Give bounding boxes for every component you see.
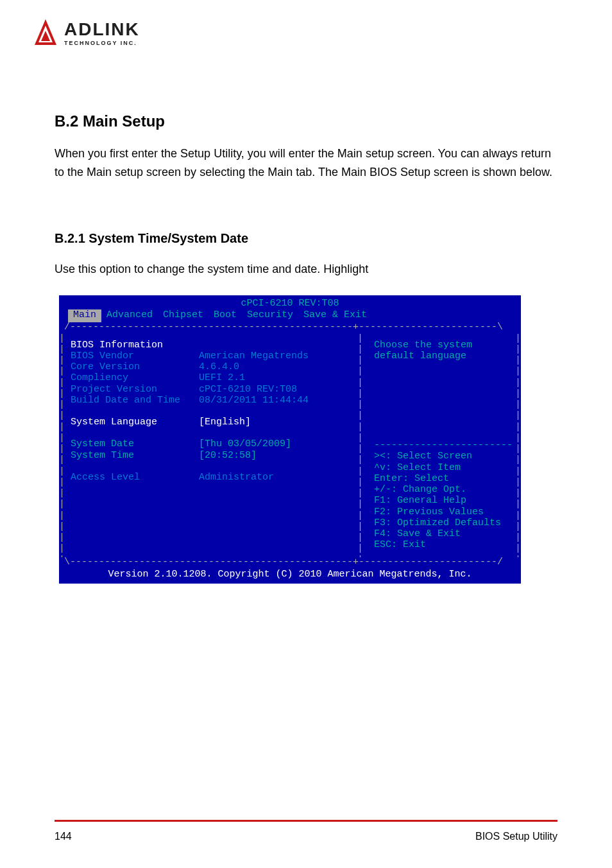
key-select-screen: ><: Select Screen	[374, 451, 512, 462]
tab-main[interactable]: Main	[68, 309, 101, 322]
frame-border-bottom: \---------------------------------------…	[59, 557, 521, 568]
bios-body: | | | | | | | | | | | | | | | | | | | | …	[59, 333, 521, 557]
bios-copyright: Version 2.10.1208. Copyright (C) 2010 Am…	[59, 568, 521, 584]
frame-mid: | | | | | | | | | | | | | | | | | | | | …	[357, 333, 364, 557]
bios-title: cPCI-6210 REV:T08	[59, 295, 521, 309]
value-comp: UEFI 2.1	[199, 372, 245, 383]
value-vendor: American Megatrends	[199, 351, 309, 361]
value-language[interactable]: [English]	[199, 417, 251, 428]
tab-chipset[interactable]: Chipset	[158, 309, 208, 322]
subsection-title: B.2.1 System Time/System Date	[55, 231, 248, 246]
key-f4: F4: Save & Exit	[374, 528, 512, 539]
logo-brand: ADLINK	[64, 19, 140, 40]
tab-security[interactable]: Security	[242, 309, 298, 322]
value-time[interactable]: [20:52:58]	[199, 450, 257, 461]
adlink-logo-icon	[32, 18, 59, 48]
logo: ADLINK TECHNOLOGY INC.	[32, 18, 140, 48]
subsection-intro: Use this option to change the system tim…	[55, 260, 557, 279]
value-build: 08/31/2011 11:44:44	[199, 395, 309, 406]
frame-border-top: /---------------------------------------…	[59, 322, 521, 333]
key-f2: F2: Previous Values	[374, 507, 512, 517]
footer-divider	[55, 820, 557, 822]
tab-save-exit[interactable]: Save & Exit	[298, 309, 372, 322]
page-title: B.2 Main Setup	[55, 112, 165, 130]
section-bios-info: BIOS Information	[71, 340, 199, 351]
help-divider: ------------------------	[374, 440, 512, 451]
value-proj: cPCI-6210 REV:T08	[199, 384, 297, 395]
bios-screenshot: cPCI-6210 REV:T08 Main Advanced Chipset …	[59, 295, 521, 584]
key-change: +/-: Change Opt.	[374, 484, 512, 495]
bios-tab-bar: Main Advanced Chipset Boot Security Save…	[59, 309, 521, 322]
label-time[interactable]: System Time	[71, 450, 199, 461]
key-f1: F1: General Help	[374, 495, 512, 506]
label-language[interactable]: System Language	[71, 417, 199, 428]
tab-boot[interactable]: Boot	[208, 309, 242, 322]
key-select-item: ^v: Select Item	[374, 462, 512, 473]
value-date[interactable]: [Thu 03/05/2009]	[199, 438, 291, 449]
tab-advanced[interactable]: Advanced	[101, 309, 158, 322]
help-text-1: Choose the system	[374, 340, 512, 351]
label-core: Core Version	[71, 361, 199, 372]
value-access: Administrator	[199, 472, 274, 483]
help-text-2: default language	[374, 351, 512, 361]
label-vendor: BIOS Vendor	[71, 351, 199, 361]
label-proj: Project Version	[71, 384, 199, 395]
bios-left-panel: BIOS Information BIOS VendorAmerican Meg…	[64, 336, 371, 555]
label-comp: Compliency	[71, 372, 199, 383]
page-number: 144	[55, 831, 72, 842]
key-esc: ESC: Exit	[374, 539, 512, 550]
logo-sub: TECHNOLOGY INC.	[64, 40, 140, 46]
label-build: Build Date and Time	[71, 395, 199, 406]
manual-name: BIOS Setup Utility	[475, 831, 557, 842]
frame-left: | | | | | | | | | | | | | | | | | | | | …	[59, 333, 65, 557]
key-enter: Enter: Select	[374, 473, 512, 484]
label-date[interactable]: System Date	[71, 438, 199, 449]
label-access: Access Level	[71, 472, 199, 483]
intro-text: When you first enter the Setup Utility, …	[55, 144, 557, 182]
value-core: 4.6.4.0	[199, 361, 239, 372]
key-f3: F3: Optimized Defaults	[374, 517, 512, 528]
bios-help-panel: Choose the system default language -----…	[371, 336, 516, 555]
